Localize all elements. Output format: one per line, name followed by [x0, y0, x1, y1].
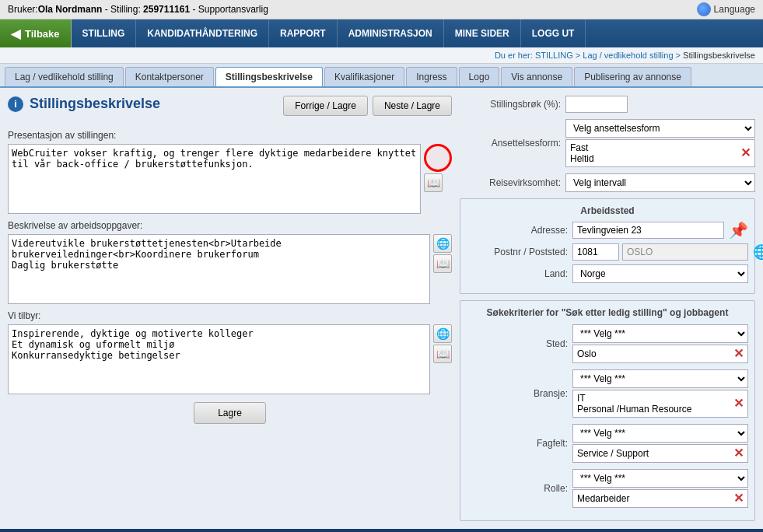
- fagfelt-tag-service: Service / Support: [577, 448, 649, 459]
- globe-tool-btn[interactable]: 🌐: [433, 234, 452, 253]
- sted-tag-oslo: Oslo: [577, 348, 597, 359]
- nav-admin[interactable]: ADMINISTRASJON: [338, 19, 444, 47]
- nav-minesider[interactable]: MINE SIDER: [444, 19, 521, 47]
- bransje-label: Bransje:: [467, 388, 568, 399]
- arbeidssted-section: Arbeidssted Adresse: 📌 Postnr / Poststed…: [460, 198, 755, 294]
- breadcrumb-stilling[interactable]: STILLING: [535, 51, 573, 60]
- bransje-remove-btn[interactable]: ✕: [733, 397, 744, 410]
- fagfelt-select[interactable]: *** Velg ***: [572, 424, 748, 443]
- tab-lag-vedlikehold[interactable]: Lag / vedlikehold stilling: [5, 67, 124, 86]
- breadcrumb-lag[interactable]: Lag / vedlikehold stilling: [583, 51, 673, 60]
- bransje-tag-it: IT: [577, 393, 691, 404]
- stillingsbrok-row: Stillingsbrøk (%):: [460, 96, 755, 113]
- bransje-tags: IT Personal /Human Resource ✕: [572, 390, 748, 418]
- rolle-label: Rolle:: [467, 483, 568, 494]
- ansettelsesform-tag-fast: Fast: [570, 142, 594, 153]
- arbeidssted-title: Arbeidssted: [467, 205, 748, 216]
- sted-label: Sted:: [467, 338, 568, 349]
- globe-tool-btn-2[interactable]: 🌐: [433, 324, 452, 343]
- rolle-remove-btn[interactable]: ✕: [733, 492, 744, 505]
- language-button[interactable]: Language: [697, 2, 755, 16]
- ansettelsesform-select[interactable]: Velg ansettelsesform: [565, 119, 755, 138]
- tab-logo[interactable]: Logo: [459, 67, 500, 86]
- ansettelsesform-row: Ansettelsesform: Velg ansettelsesform Fa…: [460, 119, 755, 167]
- ansettelsesform-remove-btn[interactable]: ✕: [740, 147, 751, 159]
- user-label: Bruker:: [8, 4, 38, 15]
- breadcrumb-sep1: >: [576, 51, 583, 60]
- vitilby-textarea[interactable]: Inspirerende, dyktige og motiverte kolle…: [8, 324, 430, 394]
- footer: W WEBCRUITER The art of recruitment: [0, 529, 763, 532]
- previous-save-button[interactable]: Forrige / Lagre: [283, 96, 368, 116]
- nav-stilling[interactable]: STILLING: [72, 19, 137, 47]
- bransje-container: *** Velg *** IT Personal /Human Resource…: [572, 369, 748, 418]
- back-arrow-icon: ◀: [11, 26, 20, 41]
- back-button[interactable]: ◀ Tilbake: [0, 19, 72, 47]
- book-tool-btn-3[interactable]: 📖: [433, 345, 452, 363]
- save-button[interactable]: Lagre: [194, 402, 266, 424]
- postnr-row: Postnr / Poststed: 🌐: [467, 243, 748, 261]
- book-tool-btn-2[interactable]: 📖: [433, 254, 452, 273]
- right-panel: Stillingsbrøk (%): Ansettelsesform: Velg…: [460, 96, 755, 521]
- nav-loggut[interactable]: LOGG UT: [521, 19, 586, 47]
- rolle-tags: Medarbeider ✕: [572, 489, 748, 508]
- sted-tags: Oslo ✕: [572, 345, 748, 363]
- tab-vis-annonse[interactable]: Vis annonse: [501, 67, 572, 86]
- tab-publisering[interactable]: Publisering av annonse: [574, 67, 691, 86]
- beskrivelse-textarea[interactable]: Videreutvikle brukerstøttetjenesten<br>U…: [8, 234, 430, 304]
- reisevirksomhet-select[interactable]: Velg intervall: [565, 173, 755, 192]
- fagfelt-remove-btn[interactable]: ✕: [733, 447, 744, 460]
- nav-kandidat[interactable]: KANDIDATHÅNDTERING: [136, 19, 269, 47]
- ansettelsesform-label: Ansettelsesform:: [460, 138, 561, 149]
- globe-addr-icon[interactable]: 🌐: [753, 243, 763, 261]
- nav-bar: ◀ Tilbake STILLING KANDIDATHÅNDTERING RA…: [0, 19, 763, 47]
- stilling-id: 259711161: [143, 4, 190, 15]
- rolle-select[interactable]: *** Velg ***: [572, 469, 748, 488]
- tab-kvalifikasjoner[interactable]: Kvalifikasjoner: [324, 67, 404, 86]
- sted-remove-btn[interactable]: ✕: [733, 348, 744, 360]
- fagfelt-tags: Service / Support ✕: [572, 444, 748, 463]
- tab-stillingsbeskrivelse[interactable]: Stillingsbeskrivelse: [215, 67, 323, 86]
- adresse-label: Adresse:: [467, 225, 568, 236]
- pin-icon[interactable]: 📌: [729, 221, 748, 240]
- tab-ingress[interactable]: Ingress: [406, 67, 457, 86]
- breadcrumb: Du er her: STILLING > Lag / vedlikehold …: [0, 47, 763, 64]
- stillingsbrok-input[interactable]: [565, 96, 628, 113]
- circle-highlight: [424, 144, 452, 172]
- next-save-button[interactable]: Neste / Lagre: [373, 96, 452, 116]
- stillingsbrok-label: Stillingsbrøk (%):: [460, 99, 561, 110]
- save-row: Lagre: [8, 402, 452, 424]
- breadcrumb-sep2: >: [676, 51, 683, 60]
- presentasjon-textarea[interactable]: WebCruiter vokser kraftig, og trenger fl…: [8, 144, 421, 214]
- sted-select[interactable]: *** Velg ***: [572, 324, 748, 343]
- adresse-row: Adresse: 📌: [467, 221, 748, 240]
- ansettelsesform-select-row: Velg ansettelsesform: [565, 119, 755, 138]
- adresse-input[interactable]: [572, 222, 724, 239]
- ansettelsesform-container: Velg ansettelsesform Fast Heltid ✕: [565, 119, 755, 167]
- fagfelt-label: Fagfelt:: [467, 438, 568, 449]
- page-title: Stillingsbeskrivelse: [30, 96, 160, 112]
- land-select[interactable]: Norge: [572, 264, 748, 283]
- bransje-tag-values: IT Personal /Human Resource: [577, 393, 691, 415]
- beskrivelse-tools: 🌐 📖: [433, 234, 452, 273]
- rolle-tag-medarbeider: Medarbeider: [577, 493, 629, 504]
- nav-rapport[interactable]: RAPPORT: [269, 19, 338, 47]
- beskrivelse-container: Videreutvikle brukerstøttetjenesten<br>U…: [8, 234, 452, 304]
- fagfelt-container: *** Velg *** Service / Support ✕: [572, 424, 748, 463]
- presentasjon-container: WebCruiter vokser kraftig, og trenger fl…: [8, 144, 452, 214]
- tab-kontaktpersoner[interactable]: Kontaktpersoner: [125, 67, 214, 86]
- back-label: Tilbake: [25, 28, 60, 40]
- bransje-row: Bransje: *** Velg *** IT Personal /Human…: [467, 369, 748, 418]
- book-tool-btn[interactable]: 📖: [424, 173, 443, 192]
- bransje-select[interactable]: *** Velg ***: [572, 369, 748, 388]
- beskrivelse-label: Beskrivelse av arbeidsoppgaver:: [8, 220, 452, 231]
- language-label: Language: [714, 4, 755, 15]
- ansettelsesform-tag-values: Fast Heltid: [570, 142, 594, 164]
- ansettelsesform-tags: Fast Heltid ✕: [565, 139, 755, 167]
- postnr-label: Postnr / Poststed:: [467, 247, 568, 257]
- header-area: i Stillingsbeskrivelse Forrige / Lagre N…: [8, 96, 452, 124]
- vitilby-label: Vi tilbyr:: [8, 310, 452, 321]
- postnr-group: [572, 243, 748, 261]
- reisevirksomhet-label: Reisevirksomhet:: [460, 177, 561, 188]
- user-info: Bruker:Ola Nordmann - Stilling: 25971116…: [8, 4, 268, 15]
- postnr-input[interactable]: [572, 243, 619, 261]
